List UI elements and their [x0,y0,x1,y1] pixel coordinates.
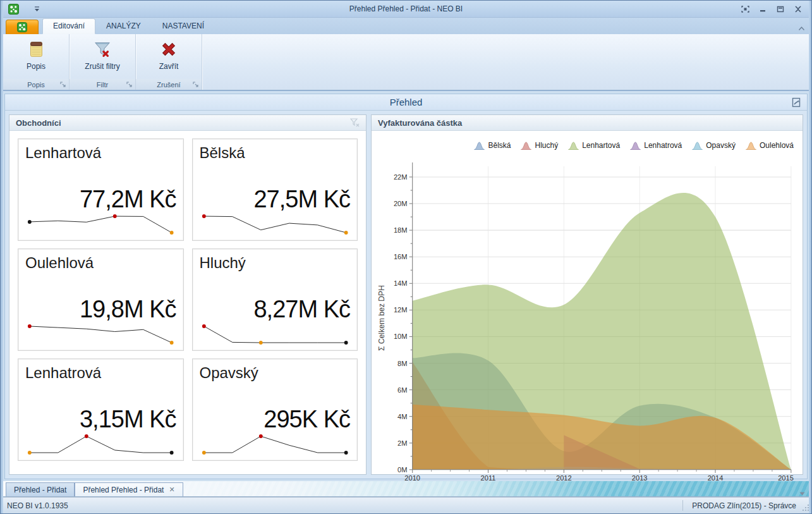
doc-tab-prehled-prehled-pridat[interactable]: Přehled Přehled - Přidat ✕ [75,482,183,496]
app-window: Přehled Přehled - Přidat - NEO BI [0,0,812,514]
salespeople-panel: Obchodníci Lenhartová77,2M Kč Bělská27,5… [9,114,367,475]
area-chart[interactable]: 0M2M4M6M8M10M12M14M16M18M20M22M201020112… [375,160,797,487]
area-series-icon [568,142,579,150]
kpi-card-4[interactable]: Hluchý8,27M Kč [192,248,358,351]
maximize-button[interactable] [776,4,785,13]
popout-panel-icon[interactable] [791,97,802,108]
svg-text:14M: 14M [394,279,408,287]
ribbon: Popis Popis Zrušit filtry [1,34,811,90]
legend-label: Oulehlová [760,141,794,150]
svg-text:6M: 6M [397,386,407,394]
chart-legend: Bělská Hluchý Lenhartová Lenhatrová Opav… [474,141,794,150]
page-title: Přehled [390,97,423,107]
tab-close-icon[interactable]: ✕ [169,486,174,494]
ribbon-tab-analyzy[interactable]: ANALÝZY [95,18,152,34]
kpi-card-value: 19,8M Kč [25,297,176,321]
svg-text:22M: 22M [394,173,408,181]
svg-text:2M: 2M [397,439,407,447]
application-menu-button[interactable] [6,20,39,34]
close-button[interactable] [794,4,803,13]
kpi-card-name: Hluchý [200,254,351,272]
legend-item-bělská[interactable]: Bělská [474,141,511,150]
kpi-card-1[interactable]: Lenhartová77,2M Kč [18,138,184,241]
ribbon-tab-editovani[interactable]: Editování [42,18,95,34]
salespeople-panel-title: Obchodníci [16,118,61,128]
dialog-launcher-icon[interactable] [60,82,66,88]
kpi-card-name: Lenhartová [25,144,176,162]
svg-text:18M: 18M [394,226,408,234]
legend-item-lenhartová[interactable]: Lenhartová [568,141,620,150]
statusbar: NEO BI v1.0.1935 PRODAG Zlín(2015) - Spr… [1,497,811,513]
zrusit-filtry-button[interactable]: Zrušit filtry [78,38,126,73]
popis-button-label: Popis [27,62,45,71]
fullscreen-button[interactable] [741,4,749,13]
legend-label: Opavský [706,141,736,150]
area-series-icon [692,142,703,150]
titlebar[interactable]: Přehled Přehled - Přidat - NEO BI [1,1,811,18]
svg-text:4M: 4M [397,413,407,420]
document-tab-strip: Přehled - Přidat Přehled Přehled - Přida… [1,481,811,497]
legend-item-oulehlová[interactable]: Oulehlová [746,141,794,150]
kpi-card-6[interactable]: Opavský295K Kč [192,358,358,461]
content-area: Přehled Obchodníci [1,90,811,481]
legend-label: Lenhartová [582,141,620,150]
ribbon-group-popis: Popis Popis [3,34,70,90]
user-company-text: PRODAG Zlín(2015) - Správce [682,500,796,511]
kpi-card-3[interactable]: Oulehlová19,8M Kč [18,248,184,351]
dialog-launcher-icon[interactable] [126,82,133,88]
kpi-sparkline [200,432,351,456]
ribbon-tab-nastaveni[interactable]: NASTAVENÍ [152,18,215,34]
minimize-button[interactable] [758,4,767,13]
zrusit-filtry-button-label: Zrušit filtry [85,62,119,71]
window-title: Přehled Přehled - Přidat - NEO BI [1,4,811,13]
kpi-sparkline [200,322,351,346]
ribbon-tab-strip: Editování ANALÝZY NASTAVENÍ [1,18,811,34]
legend-item-lenhatrová[interactable]: Lenhatrová [630,141,682,150]
ribbon-group-label: Filtr [97,81,108,89]
ribbon-group-label: Popis [27,81,45,89]
zavrit-button-label: Zavřít [159,62,179,71]
kpi-sparkline [25,322,176,346]
svg-text:16M: 16M [394,253,408,260]
popis-button[interactable]: Popis [20,38,52,73]
kpi-sparkline [25,212,176,236]
doc-tab-label: Přehled Přehled - Přidat [83,486,164,494]
kpi-cards-grid: Lenhartová77,2M Kč Bělská27,5M Kč Oulehl… [9,131,366,474]
ribbon-collapse-icon[interactable] [798,22,805,34]
legend-item-opavský[interactable]: Opavský [692,141,736,150]
kpi-card-name: Opavský [200,364,351,382]
invoiced-amount-panel: Vyfakturována částka Bělská Hluchý Lenha… [371,114,803,475]
kpi-card-value: 3,15M Kč [25,407,176,431]
kpi-card-name: Lenhatrová [25,364,176,382]
legend-item-hluchý[interactable]: Hluchý [521,141,558,150]
chart-container[interactable]: Bělská Hluchý Lenhartová Lenhatrová Opav… [372,131,803,474]
svg-text:8M: 8M [397,360,407,367]
notepad-icon [27,40,45,59]
red-x-icon [159,40,178,59]
kpi-card-name: Bělská [200,144,351,162]
svg-text:0M: 0M [397,466,407,474]
kpi-sparkline [200,212,351,236]
doc-tab-label: Přehled - Přidat [14,486,66,494]
legend-label: Lenhatrová [644,141,682,150]
kpi-card-value: 77,2M Kč [25,187,176,211]
window-border-left [1,1,3,513]
svg-text:12M: 12M [394,306,408,314]
legend-label: Hluchý [535,141,558,150]
kpi-card-2[interactable]: Bělská27,5M Kč [192,138,358,241]
filter-clear-icon[interactable] [350,118,360,127]
svg-text:10M: 10M [394,333,408,340]
invoiced-panel-title: Vyfakturována částka [378,118,462,128]
ribbon-group-zruseni: Zavřít Zrušení [136,34,202,90]
area-series-icon [746,142,756,150]
zavrit-button[interactable]: Zavřít [153,38,185,73]
kpi-card-name: Oulehlová [25,254,176,272]
dialog-launcher-icon[interactable] [193,82,199,88]
legend-label: Bělská [488,141,511,150]
kpi-card-5[interactable]: Lenhatrová3,15M Kč [18,358,184,461]
window-border-right [809,1,811,513]
doc-tab-prehled-pridat[interactable]: Přehled - Přidat [6,482,75,496]
version-text: NEO BI v1.0.1935 [7,501,68,510]
dashboard-header: Přehled [5,94,807,111]
kpi-sparkline [25,432,176,456]
